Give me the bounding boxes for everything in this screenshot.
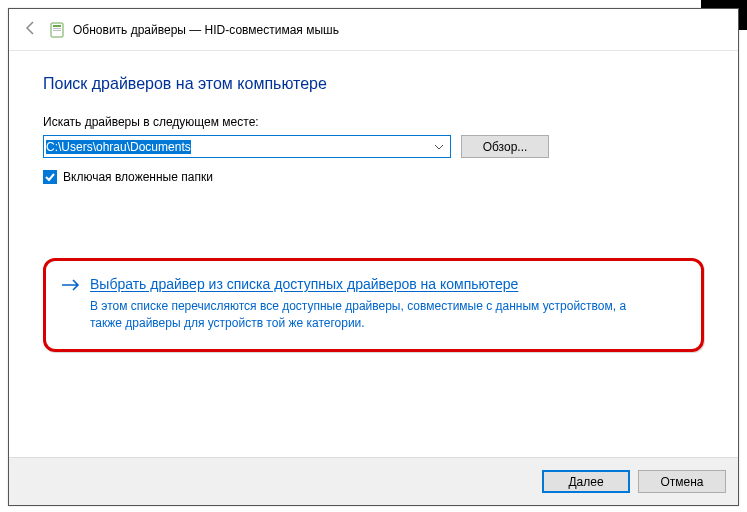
chevron-down-icon[interactable] <box>430 141 448 152</box>
include-subfolders-row: Включая вложенные папки <box>43 170 704 184</box>
title-bar: Обновить драйверы — HID-совместимая мышь <box>9 9 738 51</box>
path-combobox[interactable]: C:\Users\ohrau\Documents <box>43 135 451 158</box>
path-row: C:\Users\ohrau\Documents Обзор... <box>43 135 704 158</box>
footer-bar: Далее Отмена <box>9 457 738 505</box>
back-button[interactable] <box>17 16 45 44</box>
dialog-window: Обновить драйверы — HID-совместимая мышь… <box>8 8 739 506</box>
checkmark-icon <box>44 171 56 183</box>
highlight-callout: Выбрать драйвер из списка доступных драй… <box>43 258 704 352</box>
svg-rect-1 <box>53 25 61 27</box>
include-subfolders-checkbox[interactable] <box>43 170 57 184</box>
svg-rect-2 <box>53 28 61 29</box>
path-value: C:\Users\ohrau\Documents <box>46 140 430 154</box>
page-heading: Поиск драйверов на этом компьютере <box>43 75 704 93</box>
pick-text-block: Выбрать драйвер из списка доступных драй… <box>90 275 650 331</box>
pick-title: Выбрать драйвер из списка доступных драй… <box>90 275 650 294</box>
arrow-right-icon <box>60 275 80 331</box>
svg-rect-3 <box>53 30 61 31</box>
window-title: Обновить драйверы — HID-совместимая мышь <box>73 23 339 37</box>
driver-icon <box>49 22 65 38</box>
cancel-button[interactable]: Отмена <box>638 470 726 493</box>
include-subfolders-label: Включая вложенные папки <box>63 170 213 184</box>
next-button[interactable]: Далее <box>542 470 630 493</box>
search-location-label: Искать драйверы в следующем месте: <box>43 115 704 129</box>
browse-button[interactable]: Обзор... <box>461 135 549 158</box>
back-arrow-icon <box>22 19 40 41</box>
pick-description: В этом списке перечисляются все доступны… <box>90 298 650 332</box>
pick-from-list-link[interactable]: Выбрать драйвер из списка доступных драй… <box>60 275 685 331</box>
content-area: Поиск драйверов на этом компьютере Искат… <box>9 51 738 352</box>
